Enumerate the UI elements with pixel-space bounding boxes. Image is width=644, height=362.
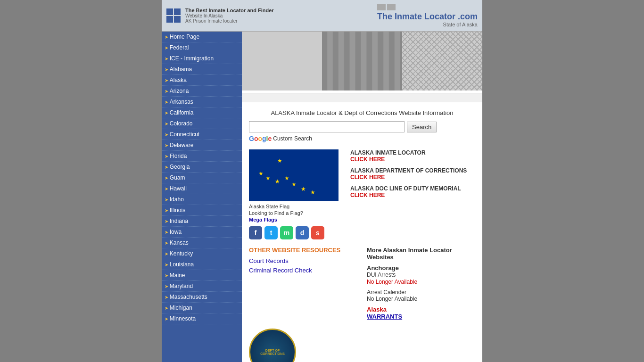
sidebar-item-ice---immigration[interactable]: ICE - Immigration [162, 53, 242, 64]
myspace-icon[interactable]: m [280, 226, 293, 239]
header: The Best Inmate Locator and Finder Websi… [162, 0, 482, 32]
alaska-name: Alaska [367, 306, 475, 313]
sidebar-item-hawaii[interactable]: Hawaii [162, 183, 242, 194]
sidebar-item-maryland[interactable]: Maryland [162, 281, 242, 292]
delicious-icon[interactable]: d [296, 226, 309, 239]
sidebar-item-california[interactable]: California [162, 107, 242, 118]
left-resources: OTHER WEBSITE RESOURCES Court Records Cr… [249, 247, 357, 324]
header-logo-placeholder [377, 4, 478, 10]
arrest-entry: Arrest Calender No Longer Available [367, 289, 475, 302]
star-3: ★ [275, 179, 280, 184]
sidebar-item-louisiana[interactable]: Louisiana [162, 259, 242, 270]
sidebar-item-alaska[interactable]: Alaska [162, 75, 242, 86]
sidebar-item-florida[interactable]: Florida [162, 151, 242, 162]
main-layout: Home PageFederalICE - ImmigrationAlabama… [162, 32, 482, 362]
star-6: ★ [301, 186, 306, 192]
star-5: ★ [291, 181, 297, 187]
sidebar-item-arkansas[interactable]: Arkansas [162, 97, 242, 107]
flag-looking-text: Looking to Find a Flag? [249, 210, 341, 216]
main-content: ALASKA Inmate Locator & Dept of Correcti… [242, 105, 482, 362]
sidebar-item-michigan[interactable]: Michigan [162, 303, 242, 313]
header-text-block: The Best Inmate Locator and Finder Websi… [185, 8, 274, 24]
header-sub: Website In Alaska [185, 13, 274, 18]
court-records-link[interactable]: Court Records [249, 257, 357, 264]
facebook-icon[interactable]: f [249, 226, 262, 239]
sidebar-item-kansas[interactable]: Kansas [162, 238, 242, 248]
twitter-icon[interactable]: t [264, 226, 278, 239]
sidebar-item-arizona[interactable]: Arizona [162, 86, 242, 97]
right-resources-title: More Alaskan Inmate Locator Websites [367, 247, 475, 261]
star-2: ★ [265, 175, 271, 181]
logo-icon [166, 8, 181, 23]
star-7: ★ [310, 189, 315, 195]
star-4: ★ [284, 175, 289, 181]
inmate-link-row: ALASKA DOC LINE OF DUTY MEMORIALCLICK HE… [350, 185, 475, 198]
search-button[interactable]: Search [407, 122, 437, 132]
sidebar-item-connecticut[interactable]: Connecticut [162, 129, 242, 140]
stumbleupon-icon[interactable]: s [311, 226, 324, 239]
search-input[interactable] [249, 121, 405, 132]
sidebar-item-delaware[interactable]: Delaware [162, 140, 242, 151]
sidebar-item-illinois[interactable]: Illinois [162, 205, 242, 216]
right-resources: More Alaskan Inmate Locator Websites Anc… [367, 247, 475, 324]
sidebar-item-georgia[interactable]: Georgia [162, 162, 242, 173]
mega-flags-link[interactable]: Mega Flags [249, 217, 277, 222]
sidebar-item-colorado[interactable]: Colorado [162, 118, 242, 129]
criminal-record-check-link[interactable]: Criminal Record Check [249, 267, 357, 274]
badge-area: DEPT OFCORRECTIONS [249, 329, 475, 362]
hero-images [242, 32, 482, 90]
hero-img-2 [322, 32, 402, 90]
other-resources: OTHER WEBSITE RESOURCES Court Records Cr… [249, 247, 475, 324]
header-right: The Inmate Locator .com State of Alaska [377, 4, 478, 27]
sidebar-item-indiana[interactable]: Indiana [162, 216, 242, 227]
inmate-link-row: ALASKA INMATE LOCATORCLICK HERE [350, 149, 475, 163]
outer-wrapper: The Best Inmate Locator and Finder Websi… [162, 0, 482, 362]
inmate-link-title: ALASKA DEPARTMENT OF CORRECTIONS [350, 167, 475, 174]
inmate-link-url[interactable]: CLICK HERE [350, 174, 475, 181]
sidebar-item-alabama[interactable]: Alabama [162, 64, 242, 75]
inmate-link-title: ALASKA DOC LINE OF DUTY MEMORIAL [350, 185, 475, 192]
google-label: Custom Search [273, 135, 312, 142]
site-state: State of Alaska [377, 22, 478, 27]
header-site: AK Prison Inmate locater [185, 18, 274, 24]
flag-caption: Alaska State Flag Looking to Find a Flag… [249, 204, 341, 222]
arrest-sub: Arrest Calender [367, 289, 475, 296]
sidebar-item-idaho[interactable]: Idaho [162, 194, 242, 205]
arrest-link: No Longer Available [367, 296, 475, 302]
alaska-warrants[interactable]: WARRANTS [367, 313, 475, 320]
inmate-link-row: ALASKA DEPARTMENT OF CORRECTIONSCLICK HE… [350, 167, 475, 181]
social-icons: f t m d s [249, 226, 341, 239]
doc-badge-text: DEPT OFCORRECTIONS [260, 349, 285, 355]
star-polaris: ★ [277, 158, 282, 164]
sidebar-item-minnesota[interactable]: Minnesota [162, 313, 242, 324]
anchorage-entry: Anchorage DUI Arrests No Longer Availabl… [367, 264, 475, 285]
sidebar: Home PageFederalICE - ImmigrationAlabama… [162, 32, 242, 362]
header-tagline: The Best Inmate Locator and Finder [185, 8, 274, 13]
star-1: ★ [258, 171, 264, 176]
site-title: The Inmate Locator .com [377, 12, 478, 22]
sidebar-item-guam[interactable]: Guam [162, 173, 242, 183]
sidebar-item-massachusetts[interactable]: Massachusetts [162, 292, 242, 303]
anchorage-name: Anchorage [367, 264, 475, 272]
header-left: The Best Inmate Locator and Finder Websi… [166, 8, 274, 24]
page-title: ALASKA Inmate Locator & Dept of Correcti… [249, 109, 475, 116]
sidebar-item-home-page[interactable]: Home Page [162, 32, 242, 42]
sidebar-item-maine[interactable]: Maine [162, 270, 242, 281]
ad-placeholder [242, 93, 482, 102]
sidebar-item-kentucky[interactable]: Kentucky [162, 248, 242, 259]
sidebar-item-iowa[interactable]: Iowa [162, 227, 242, 238]
anchorage-link[interactable]: No Longer Available [367, 279, 417, 285]
content: ALASKA Inmate Locator & Dept of Correcti… [242, 32, 482, 362]
inmate-link-url[interactable]: CLICK HERE [350, 192, 475, 198]
google-logo: Google [249, 135, 272, 142]
sidebar-item-federal[interactable]: Federal [162, 42, 242, 53]
links-section: ★ ★ ★ ★ ★ ★ ★ ★ Alaska State Flag Lookin… [249, 149, 475, 239]
hero-img-3 [402, 32, 482, 90]
anchorage-sub: DUI Arrests [367, 272, 475, 278]
inmate-links: ALASKA INMATE LOCATORCLICK HEREALASKA DE… [350, 149, 475, 239]
inmate-link-url[interactable]: CLICK HERE [350, 156, 475, 163]
other-resources-title: OTHER WEBSITE RESOURCES [249, 247, 357, 254]
flag-block: ★ ★ ★ ★ ★ ★ ★ ★ Alaska State Flag Lookin… [249, 149, 341, 239]
hero-img-1 [242, 32, 322, 90]
alaska-entry: Alaska WARRANTS [367, 306, 475, 320]
